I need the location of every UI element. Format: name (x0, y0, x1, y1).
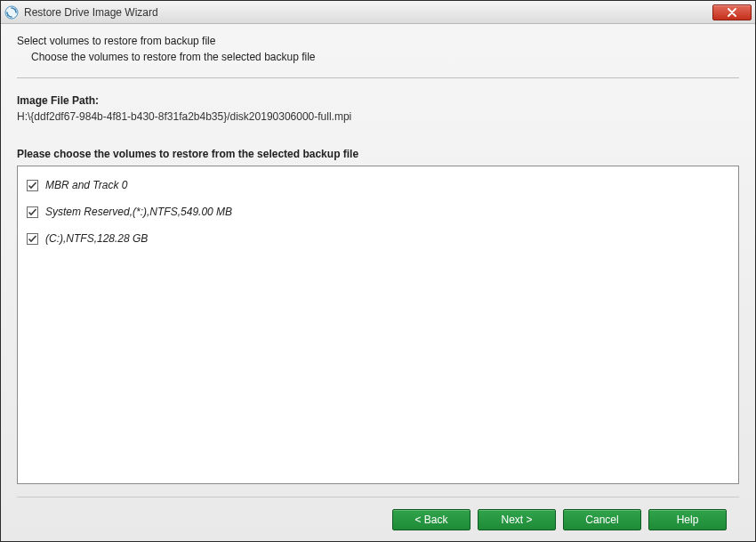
content-area: Select volumes to restore from backup fi… (1, 24, 755, 541)
titlebar: Restore Drive Image Wizard (1, 1, 755, 24)
window-title: Restore Drive Image Wizard (24, 6, 712, 19)
next-button[interactable]: Next > (478, 509, 556, 530)
check-icon (28, 207, 37, 217)
check-icon (28, 234, 37, 244)
image-file-path-label: Image File Path: (17, 94, 739, 107)
close-icon (727, 8, 737, 17)
back-button[interactable]: < Back (392, 509, 470, 530)
help-button[interactable]: Help (648, 509, 727, 530)
image-file-path-value: H:\{ddf2df67-984b-4f81-b430-8f31fa2b4b35… (17, 110, 739, 123)
volume-checkbox[interactable] (27, 206, 38, 218)
divider (17, 77, 739, 78)
volume-label: (C:),NTFS,128.28 GB (45, 232, 148, 245)
heading-title: Select volumes to restore from backup fi… (17, 35, 739, 47)
footer-buttons: < Back Next > Cancel Help (17, 497, 739, 541)
volume-item: (C:),NTFS,128.28 GB (27, 229, 729, 250)
volume-checkbox[interactable] (27, 180, 38, 191)
volume-checkbox[interactable] (27, 233, 38, 245)
app-icon (4, 5, 19, 20)
volume-label: MBR and Track 0 (45, 179, 127, 191)
volume-item: System Reserved,(*:),NTFS,549.00 MB (27, 202, 729, 223)
volume-item: MBR and Track 0 (27, 175, 729, 197)
heading-subtitle: Choose the volumes to restore from the s… (17, 51, 739, 63)
volume-label: System Reserved,(*:),NTFS,549.00 MB (45, 206, 232, 218)
choose-volumes-label: Please choose the volumes to restore fro… (17, 148, 739, 160)
check-icon (28, 181, 37, 190)
volumes-list: MBR and Track 0 System Reserved,(*:),NTF… (17, 166, 739, 484)
cancel-button[interactable]: Cancel (563, 509, 641, 530)
wizard-heading: Select volumes to restore from backup fi… (17, 35, 739, 63)
close-button[interactable] (712, 4, 752, 20)
wizard-window: Restore Drive Image Wizard Select volume… (0, 0, 756, 542)
